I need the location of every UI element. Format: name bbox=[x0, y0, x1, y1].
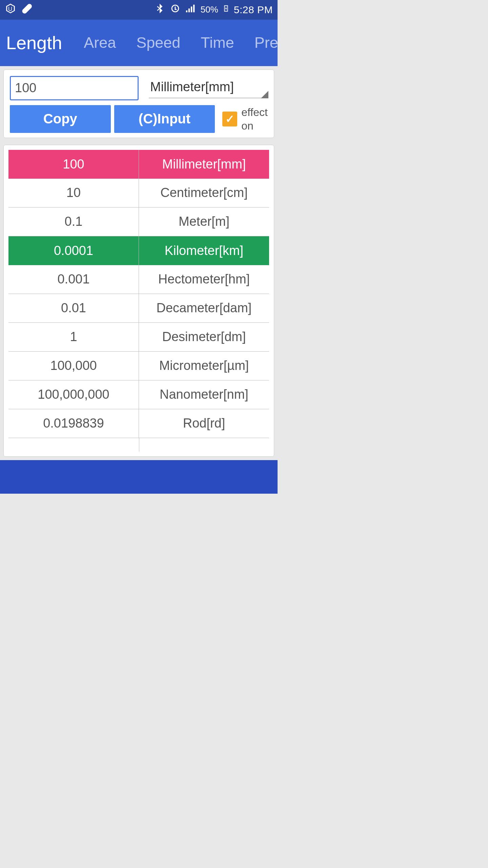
result-unit: Millimeter[mm] bbox=[139, 150, 269, 179]
results-card: 100Millimeter[mm]10Centimeter[cm]0.1Mete… bbox=[3, 145, 274, 457]
result-unit: Nanometer[nm] bbox=[139, 380, 269, 409]
result-unit: Meter[m] bbox=[139, 208, 269, 236]
result-value: 0.1 bbox=[8, 208, 139, 236]
tab-length[interactable]: Length bbox=[6, 32, 74, 53]
result-value: 10 bbox=[8, 179, 139, 208]
status-right: 50% 5:28 PM bbox=[154, 3, 273, 17]
result-unit: Centimeter[cm] bbox=[139, 179, 269, 208]
svg-text:U: U bbox=[8, 6, 12, 12]
result-unit: Decameter[dam] bbox=[139, 294, 269, 323]
result-unit: Rod[rd] bbox=[139, 409, 269, 438]
category-tabs: LengthAreaSpeedTimePre bbox=[0, 20, 278, 66]
result-row[interactable]: 100,000,000Nanometer[nm] bbox=[8, 380, 269, 409]
input-card: Millimeter[mm] Copy (C)Input ✓ effect on bbox=[3, 70, 274, 138]
clock-time: 5:28 PM bbox=[234, 4, 273, 16]
effect-label: effect on bbox=[241, 105, 268, 133]
dropdown-caret-icon bbox=[261, 91, 268, 98]
battery-charging-icon bbox=[222, 3, 230, 17]
result-row[interactable]: 10Centimeter[cm] bbox=[8, 179, 269, 208]
status-bar: U 50% 5:28 PM bbox=[0, 0, 278, 20]
result-unit: Kilometer[km] bbox=[139, 236, 269, 265]
effect-toggle[interactable]: ✓ effect on bbox=[218, 105, 268, 133]
battery-percent: 50% bbox=[201, 4, 218, 15]
result-value: 100,000 bbox=[8, 352, 139, 380]
result-value: 100 bbox=[8, 150, 139, 179]
result-row[interactable]: 0.0198839Rod[rd] bbox=[8, 409, 269, 438]
tab-pre[interactable]: Pre bbox=[244, 34, 278, 52]
result-value: 0.0001 bbox=[8, 236, 139, 265]
tab-time[interactable]: Time bbox=[190, 34, 244, 52]
cinput-button[interactable]: (C)Input bbox=[114, 105, 215, 133]
checkbox-checked-icon: ✓ bbox=[222, 112, 237, 126]
result-row[interactable]: 0.0001Kilometer[km] bbox=[8, 236, 269, 265]
result-unit: Micrometer[µm] bbox=[139, 352, 269, 380]
tab-speed[interactable]: Speed bbox=[126, 34, 190, 52]
unit-select[interactable]: Millimeter[mm] bbox=[149, 78, 268, 98]
signal-icon bbox=[185, 3, 197, 17]
table-tail-divider bbox=[8, 438, 269, 452]
pill-icon bbox=[21, 3, 33, 17]
result-value: 0.0198839 bbox=[8, 409, 139, 438]
value-input[interactable] bbox=[10, 76, 139, 100]
tab-area[interactable]: Area bbox=[74, 34, 126, 52]
result-row[interactable]: 100Millimeter[mm] bbox=[8, 150, 269, 179]
result-row[interactable]: 0.01Decameter[dam] bbox=[8, 294, 269, 323]
results-table: 100Millimeter[mm]10Centimeter[cm]0.1Mete… bbox=[8, 150, 269, 438]
result-row[interactable]: 1Desimeter[dm] bbox=[8, 323, 269, 352]
result-row[interactable]: 100,000Micrometer[µm] bbox=[8, 352, 269, 380]
result-value: 0.01 bbox=[8, 294, 139, 323]
bottom-bar bbox=[0, 460, 278, 494]
bluetooth-icon bbox=[154, 3, 165, 17]
copy-button[interactable]: Copy bbox=[10, 105, 111, 133]
result-row[interactable]: 0.1Meter[m] bbox=[8, 208, 269, 236]
alarm-icon bbox=[169, 3, 181, 17]
result-unit: Hectometer[hm] bbox=[139, 265, 269, 294]
status-left: U bbox=[5, 3, 33, 17]
result-value: 100,000,000 bbox=[8, 380, 139, 409]
unit-select-label: Millimeter[mm] bbox=[150, 80, 234, 94]
result-value: 0.001 bbox=[8, 265, 139, 294]
result-unit: Desimeter[dm] bbox=[139, 323, 269, 352]
app-icon: U bbox=[5, 3, 16, 17]
result-row[interactable]: 0.001Hectometer[hm] bbox=[8, 265, 269, 294]
result-value: 1 bbox=[8, 323, 139, 352]
